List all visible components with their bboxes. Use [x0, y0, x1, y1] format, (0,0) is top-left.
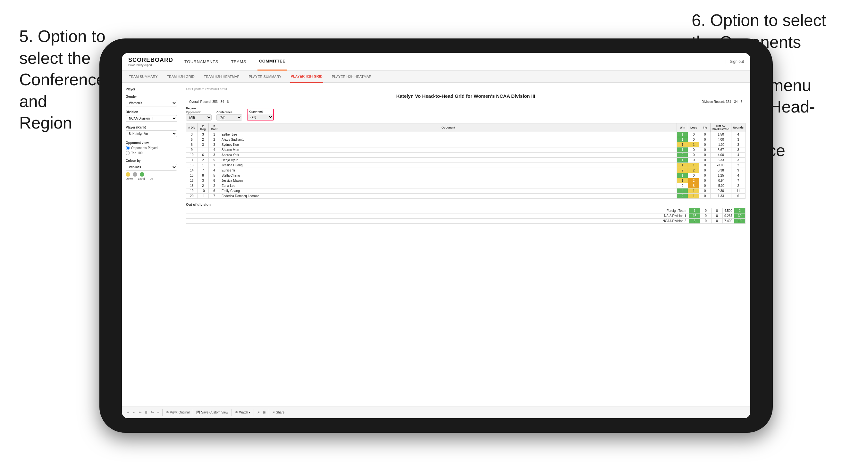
- th-loss: Loss: [688, 123, 699, 132]
- toolbar-share-icon[interactable]: ↗: [257, 411, 260, 414]
- sidebar-player-rank-label: Player (Rank): [126, 126, 177, 129]
- cell-opponent: Sydney Kuo: [220, 142, 677, 148]
- logo-text: SCOREBOARD: [128, 57, 173, 63]
- toolbar-save-custom-view[interactable]: 💾 Save Custom View: [196, 411, 228, 414]
- radio-top100-input[interactable]: [126, 151, 130, 155]
- cell-opponent: Jessica Huang: [220, 163, 677, 168]
- subnav-player-summary[interactable]: PLAYER SUMMARY: [248, 70, 282, 83]
- table-row: 5 2 2 Alexis Sudjianto 1 0 0 4.00 3: [186, 137, 745, 142]
- cell-diff: -5.00: [711, 183, 731, 188]
- cell-win: 1: [677, 132, 688, 137]
- toolbar-watch[interactable]: 👁 Watch ▾: [235, 411, 251, 414]
- cell-conf: 2: [209, 137, 220, 142]
- table-row: 13 1 1 Jessica Huang 1 1 0 -3.00 2: [186, 163, 745, 168]
- toolbar-share[interactable]: ↗ Share: [272, 411, 284, 414]
- sidebar-colour-by-select[interactable]: Win/loss: [126, 164, 177, 170]
- cell-conf: 1: [209, 132, 220, 137]
- cell-div: 10: [186, 153, 197, 158]
- subnav-team-summary[interactable]: TEAM SUMMARY: [128, 70, 158, 83]
- table-row: 16 3 6 Jessica Mason 1 2 0 -0.94 7: [186, 178, 745, 183]
- radio-opponents-played[interactable]: Opponents Played: [126, 146, 177, 150]
- filter-region-select[interactable]: (All): [186, 115, 212, 121]
- cell-rounds: 3: [731, 142, 745, 148]
- cell-loss: 1: [688, 142, 699, 148]
- annotation-right-line1: 6. Option to select: [692, 11, 826, 30]
- out-of-division-body: Foreign Team 1 0 0 4.500 2 NAIA Division…: [186, 208, 745, 224]
- nav-committee[interactable]: COMMITTEE: [257, 53, 287, 70]
- cell-conf: 1: [209, 163, 220, 168]
- toolbar-divider-5: [269, 409, 269, 416]
- cell-rounds: 2: [731, 163, 745, 168]
- sidebar-colour-by-label: Colour by: [126, 159, 177, 162]
- cell-loss: 2: [688, 168, 699, 173]
- toolbar-undo[interactable]: ↩: [127, 411, 129, 414]
- annotation-left-line4: Region: [19, 114, 72, 132]
- cell-reg: 8: [197, 173, 209, 178]
- subnav-team-h2h-heatmap[interactable]: TEAM H2H HEATMAP: [203, 70, 240, 83]
- cell-win: 1: [677, 148, 688, 153]
- toolbar-edit[interactable]: ✎·: [150, 411, 154, 414]
- sign-out-link[interactable]: Sign out: [730, 59, 744, 64]
- th-win: Win: [677, 123, 688, 132]
- cell-reg: 3: [197, 142, 209, 148]
- cell-div: 18: [186, 183, 197, 188]
- radio-top100[interactable]: Top 100: [126, 151, 177, 155]
- overall-record: Overall Record: 353 - 34 - 6: [189, 100, 228, 103]
- th-reg: # Reg: [197, 123, 209, 132]
- th-opponent: Opponent: [220, 123, 677, 132]
- cell-loss: 0: [688, 173, 699, 178]
- out-of-division-row: NCAA Division 2 5 0 0 7.400 10: [186, 219, 745, 224]
- cell-conf: 3: [209, 153, 220, 158]
- cell-tie: 0: [699, 142, 711, 148]
- cell-win: 1: [677, 178, 688, 183]
- sidebar-player-rank-select[interactable]: 8. Katelyn Vo: [126, 130, 177, 137]
- toolbar-back[interactable]: ←: [132, 411, 136, 414]
- cell-reg: 1: [197, 148, 209, 153]
- ood-cell-tie: 0: [711, 219, 722, 224]
- nav-teams[interactable]: TEAMS: [229, 53, 248, 70]
- cell-loss: 1: [688, 188, 699, 194]
- cell-diff: -0.94: [711, 178, 731, 183]
- cell-conf: 5: [209, 173, 220, 178]
- toolbar-view-original[interactable]: 👁 View: Original: [166, 411, 190, 414]
- cell-diff: -3.00: [711, 163, 731, 168]
- cell-div: 19: [186, 188, 197, 194]
- cell-win: 1: [677, 163, 688, 168]
- cell-opponent: Alexis Sudjianto: [220, 137, 677, 142]
- cell-reg: 7: [197, 168, 209, 173]
- sub-navigation: TEAM SUMMARY TEAM H2H GRID TEAM H2H HEAT…: [122, 70, 750, 83]
- filter-opponent-label: Opponent: [248, 109, 273, 114]
- out-of-division-table: Foreign Team 1 0 0 4.500 2 NAIA Division…: [186, 208, 745, 224]
- filter-opponent-group: Opponent (All): [247, 108, 274, 121]
- cell-win: 2: [677, 194, 688, 199]
- logo-area: SCOREBOARD Powered by clippd: [128, 57, 173, 67]
- sidebar-player-section: Player: [126, 88, 177, 91]
- subnav-player-h2h-heatmap[interactable]: PLAYER H2H HEATMAP: [331, 70, 372, 83]
- filter-conference-select[interactable]: (All): [216, 115, 242, 121]
- radio-opponents-played-input[interactable]: [126, 146, 130, 150]
- toolbar-redo[interactable]: ↪: [139, 411, 142, 414]
- toolbar-grid[interactable]: ⊞: [145, 411, 147, 414]
- toolbar-grid2[interactable]: ⊞: [263, 411, 266, 414]
- cell-loss: 0: [688, 137, 699, 142]
- cell-win: 2: [677, 168, 688, 173]
- out-of-division-title: Out of division: [186, 203, 745, 207]
- subnav-player-h2h-grid[interactable]: PLAYER H2H GRID: [290, 70, 323, 83]
- cell-win: 2: [677, 153, 688, 158]
- sidebar-player-label: Player: [126, 88, 177, 91]
- filter-opponent-select[interactable]: (All): [248, 115, 273, 120]
- cell-diff: 3.33: [711, 158, 731, 163]
- cell-opponent: Sharon Mun: [220, 148, 677, 153]
- sidebar-division-select[interactable]: NCAA Division III NCAA Division I NCAA D…: [126, 115, 177, 122]
- sidebar-player-rank-section: Player (Rank) 8. Katelyn Vo: [126, 126, 177, 137]
- subnav-team-h2h-grid[interactable]: TEAM H2H GRID: [166, 70, 195, 83]
- cell-div: 15: [186, 173, 197, 178]
- annotation-left-line2: select the: [19, 49, 91, 67]
- toolbar-refresh[interactable]: ○: [157, 411, 159, 414]
- cell-win: 1: [677, 158, 688, 163]
- cell-reg: 10: [197, 188, 209, 194]
- sidebar-gender-select[interactable]: Women's Men's: [126, 100, 177, 106]
- logo-sub: Powered by clippd: [128, 63, 173, 67]
- th-rounds: Rounds: [731, 123, 745, 132]
- nav-tournaments[interactable]: TOURNAMENTS: [183, 53, 220, 70]
